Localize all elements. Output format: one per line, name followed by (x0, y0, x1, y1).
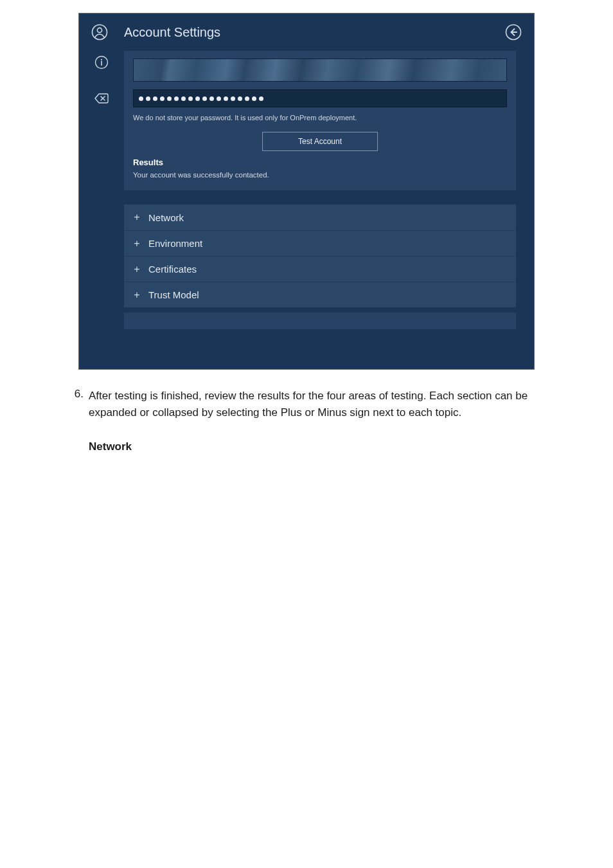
accordion: +Network+Environment+Certificates+Trust … (124, 204, 516, 307)
test-account-button[interactable]: Test Account (262, 132, 378, 151)
user-icon[interactable] (91, 23, 109, 41)
password-dot (252, 96, 256, 101)
step-body: After testing is finished, review the re… (89, 388, 547, 455)
plus-icon: + (132, 212, 142, 223)
password-dot (153, 96, 157, 101)
svg-point-1 (97, 28, 102, 32)
step-number: 6. (66, 388, 89, 401)
plus-icon: + (132, 238, 142, 249)
password-dot (181, 96, 186, 101)
password-dot (139, 96, 143, 101)
password-dot (174, 96, 179, 101)
page-title: Account Settings (124, 25, 504, 40)
accordion-label: Certificates (148, 264, 197, 275)
info-icon[interactable] (93, 53, 111, 71)
password-dot (238, 96, 242, 101)
step-text: After testing is finished, review the re… (89, 390, 528, 419)
password-dot (188, 96, 193, 101)
panel-trailer (124, 312, 516, 329)
password-dot (202, 96, 207, 101)
plus-icon: + (132, 289, 142, 301)
app-body: We do not store your password. It is use… (79, 51, 534, 369)
sidebar (79, 51, 124, 369)
main-area: We do not store your password. It is use… (124, 51, 534, 369)
svg-point-5 (101, 59, 102, 60)
accordion-item-certificates[interactable]: +Certificates (124, 256, 516, 282)
account-panel: We do not store your password. It is use… (124, 51, 516, 190)
app-screenshot: Account Settings (78, 13, 535, 370)
password-dot (195, 96, 200, 101)
accordion-label: Environment (148, 238, 202, 249)
password-dot (217, 96, 221, 101)
erase-icon[interactable] (93, 89, 111, 107)
password-dot (231, 96, 235, 101)
password-input[interactable] (133, 89, 507, 107)
button-row: Test Account (133, 132, 507, 151)
accordion-item-trust-model[interactable]: +Trust Model (124, 282, 516, 307)
password-dot (209, 96, 214, 101)
app-header: Account Settings (79, 14, 534, 51)
back-icon[interactable] (504, 23, 522, 41)
accordion-item-environment[interactable]: +Environment (124, 230, 516, 256)
step-item: 6. After testing is finished, review the… (66, 388, 547, 455)
results-text: Your account was successfully contacted. (133, 171, 507, 179)
password-dot (160, 96, 164, 101)
password-dot (259, 96, 263, 101)
accordion-label: Network (148, 212, 184, 223)
page-root: Account Settings (0, 13, 613, 868)
plus-icon: + (132, 264, 142, 275)
password-dot (224, 96, 228, 101)
results-heading: Results (133, 158, 507, 167)
password-mask (139, 96, 263, 101)
password-hint: We do not store your password. It is use… (133, 114, 507, 122)
step-subhead: Network (89, 439, 547, 455)
password-dot (245, 96, 249, 101)
document-text: 6. After testing is finished, review the… (59, 388, 554, 455)
password-dot (146, 96, 150, 101)
accordion-label: Trust Model (148, 289, 199, 300)
accordion-item-network[interactable]: +Network (124, 204, 516, 230)
username-input-redacted[interactable] (133, 59, 507, 82)
password-dot (167, 96, 172, 101)
